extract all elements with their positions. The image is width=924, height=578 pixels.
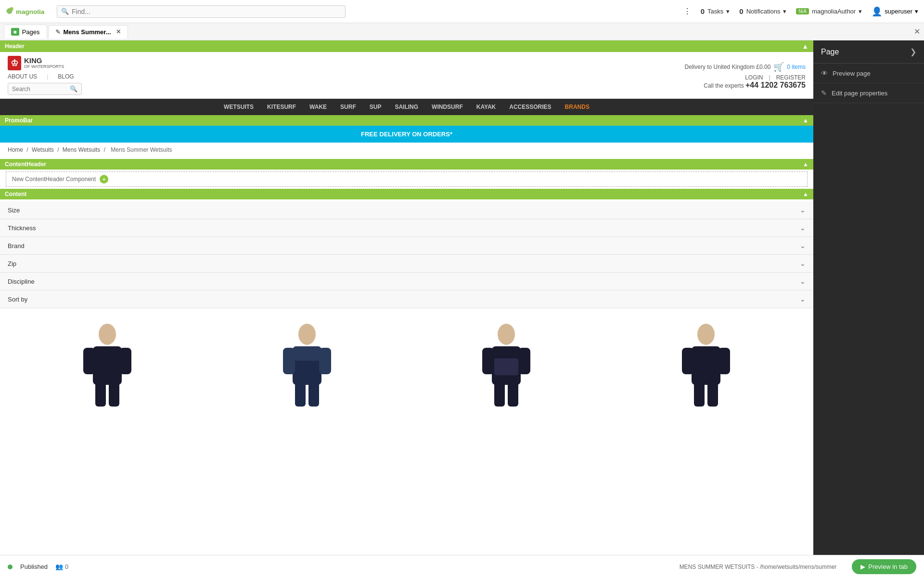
- new-component-label: New ContentHeader Component: [12, 176, 96, 183]
- product-image-2: [273, 320, 341, 407]
- filter-size[interactable]: Size ⌄: [0, 201, 813, 219]
- promo-bar-arrow: ▲: [803, 117, 808, 124]
- svg-rect-5: [83, 348, 95, 374]
- nav-sup[interactable]: SUP: [363, 99, 388, 115]
- promo-text: FREE DELIVERY ON ORDERS*: [361, 131, 452, 138]
- nav-kayak[interactable]: KAYAK: [470, 99, 502, 115]
- filter-thickness[interactable]: Thickness ⌄: [0, 219, 813, 237]
- login-link[interactable]: LOGIN: [745, 74, 763, 81]
- blog-link[interactable]: BLOG: [58, 73, 74, 80]
- nav-accessories[interactable]: ACCESSORIES: [502, 99, 558, 115]
- find-input[interactable]: [72, 8, 341, 15]
- svg-rect-8: [109, 382, 119, 407]
- tab-close-button[interactable]: ✕: [116, 28, 121, 35]
- status-bar: Published 👥 0 MENS SUMMER WETSUITS - /ho…: [0, 555, 924, 578]
- product-card-3[interactable]: [407, 316, 606, 410]
- nav-brands[interactable]: BRANDS: [558, 99, 596, 115]
- tasks-count-group[interactable]: 0 Tasks ▾: [701, 7, 730, 15]
- wetsuit-svg-3: [477, 320, 535, 407]
- user-group[interactable]: 👤 superuser ▾: [872, 6, 918, 17]
- breadcrumb-home[interactable]: Home: [8, 146, 23, 153]
- pages-icon: ■: [11, 28, 19, 36]
- svg-text:magnolia: magnolia: [16, 8, 45, 15]
- svg-rect-14: [295, 382, 306, 407]
- nav-windsurf[interactable]: WINDSURF: [425, 99, 470, 115]
- breadcrumb-sep-2: /: [57, 146, 61, 153]
- filter-size-chevron: ⌄: [800, 206, 806, 214]
- svg-point-16: [498, 324, 515, 345]
- breadcrumb-mens-wetsuits[interactable]: Mens Wetsuits: [63, 146, 100, 153]
- edit-properties-label: Edit page properties: [832, 90, 887, 97]
- nav-kitesurf[interactable]: KITESURF: [260, 99, 303, 115]
- preview-in-tab-button[interactable]: ▶ Preview in tab: [852, 559, 916, 574]
- tab-mens-summer-label: Mens Summer...: [64, 28, 111, 36]
- svg-rect-25: [682, 348, 694, 374]
- svg-rect-24: [692, 346, 720, 385]
- notifications-count: 0: [739, 7, 743, 15]
- promo-content: FREE DELIVERY ON ORDERS*: [0, 126, 813, 143]
- store-search: 🔍: [8, 83, 82, 95]
- tasks-group[interactable]: ⋮: [683, 7, 691, 16]
- nav-surf[interactable]: SURF: [334, 99, 363, 115]
- promo-bar-section-bar[interactable]: PromoBar ▲: [0, 115, 813, 126]
- pencil-icon: ✎: [821, 89, 827, 97]
- filter-sort-by[interactable]: Sort by ⌄: [0, 290, 813, 308]
- tabbar-close-button[interactable]: ✕: [914, 27, 920, 36]
- cart-icon: 🛒: [773, 62, 784, 72]
- author-badge: N/A: [796, 8, 809, 14]
- tab-pages[interactable]: ■ Pages: [4, 25, 47, 39]
- page-preview[interactable]: Header ▲ ♔ KING OF WATERSPORTS: [0, 40, 813, 578]
- new-component-row[interactable]: New ContentHeader Component +: [6, 171, 808, 187]
- nav-wetsuits[interactable]: WETSUITS: [217, 99, 260, 115]
- filter-discipline[interactable]: Discipline ⌄: [0, 273, 813, 290]
- svg-point-23: [697, 324, 715, 345]
- content-header-arrow: ▲: [803, 161, 808, 168]
- wetsuit-svg-4: [677, 320, 735, 407]
- product-card-2[interactable]: [207, 316, 407, 410]
- register-link[interactable]: REGISTER: [776, 74, 806, 81]
- header-section-label: Header: [5, 43, 25, 50]
- tab-mens-summer[interactable]: ✎ Mens Summer... ✕: [48, 25, 128, 39]
- promo-section: PromoBar ▲ FREE DELIVERY ON ORDERS*: [0, 115, 813, 143]
- filter-brand[interactable]: Brand ⌄: [0, 237, 813, 255]
- product-card-1[interactable]: [8, 316, 207, 410]
- header-section-bar[interactable]: Header ▲: [0, 40, 813, 52]
- panel-expand-arrow[interactable]: ❯: [910, 47, 916, 56]
- nav-wake[interactable]: WAKE: [303, 99, 334, 115]
- store-search-input[interactable]: [12, 86, 70, 92]
- panel-title: Page: [821, 48, 839, 56]
- content-header-section-bar[interactable]: ContentHeader ▲: [0, 159, 813, 170]
- status-path: MENS SUMMER WETSUITS - /home/wetsuits/me…: [680, 564, 837, 570]
- items-count: 0 items: [787, 64, 806, 70]
- nav-sailing[interactable]: SAILING: [388, 99, 425, 115]
- cart-row: Delivery to United Kingdom £0.00 🛒 0 ite…: [685, 62, 806, 72]
- content-section-bar[interactable]: Content ▲: [0, 189, 813, 199]
- users-count: 0: [65, 563, 68, 570]
- filter-zip-chevron: ⌄: [800, 260, 806, 267]
- svg-rect-26: [718, 348, 730, 374]
- filter-zip[interactable]: Zip ⌄: [0, 255, 813, 273]
- edit-properties-item[interactable]: ✎ Edit page properties: [813, 83, 924, 103]
- add-component-icon[interactable]: +: [100, 175, 108, 184]
- store-nav-top: ABOUT US | BLOG: [8, 73, 82, 80]
- content-label: Content: [5, 191, 26, 197]
- breadcrumb-wetsuits[interactable]: Wetsuits: [32, 146, 54, 153]
- store-header: ♔ KING OF WATERSPORTS ABOUT US | BLOG: [0, 52, 813, 115]
- filter-discipline-chevron: ⌄: [800, 277, 806, 285]
- svg-rect-15: [308, 382, 319, 407]
- breadcrumb-sep-3: /: [104, 146, 107, 153]
- product-image-3: [473, 320, 540, 407]
- logo[interactable]: magnolia: [6, 5, 49, 18]
- product-card-4[interactable]: [606, 316, 806, 410]
- author-name: magnoliaAuthor: [812, 8, 856, 15]
- main-area: Header ▲ ♔ KING OF WATERSPORTS: [0, 40, 924, 578]
- preview-page-item[interactable]: 👁 Preview page: [813, 64, 924, 83]
- delivery-text: Delivery to United Kingdom £0.00: [685, 64, 771, 70]
- store-delivery-area: Delivery to United Kingdom £0.00 🛒 0 ite…: [685, 62, 806, 90]
- preview-page-label: Preview page: [833, 70, 871, 77]
- product-image-1: [74, 320, 141, 407]
- author-group[interactable]: N/A magnoliaAuthor ▾: [796, 8, 862, 15]
- tab-bar: ■ Pages ✎ Mens Summer... ✕ ✕: [0, 23, 924, 40]
- about-us-link[interactable]: ABOUT US: [8, 73, 37, 80]
- notifications-group[interactable]: 0 Notifications ▾: [739, 7, 786, 15]
